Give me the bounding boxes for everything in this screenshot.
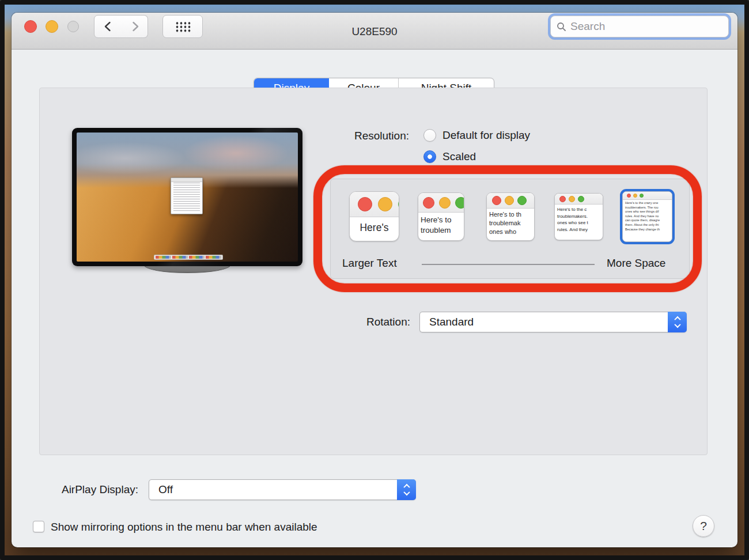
search-placeholder: Search: [570, 20, 605, 33]
yellow-dot-icon: [439, 197, 451, 209]
thumb-text-line: rules. And they: [557, 226, 600, 233]
radio-scaled-label[interactable]: Scaled: [442, 150, 476, 164]
scale-thumbnail-1-larger-text[interactable]: Here's: [349, 191, 399, 241]
red-dot-icon: [559, 196, 566, 202]
thumb-text-line: troublemakers. The rou: [625, 206, 669, 210]
rotation-label: Rotation:: [323, 315, 410, 329]
show-mirroring-label[interactable]: Show mirroring options in the menu bar w…: [51, 520, 317, 534]
green-dot-icon: [398, 197, 399, 211]
larger-text-label: Larger Text: [342, 256, 397, 270]
thumb-text-line: them. About the only thi: [625, 223, 669, 228]
radio-scaled[interactable]: [423, 150, 436, 163]
green-dot-icon: [578, 196, 584, 202]
thumb-text-line: ones who see t: [557, 220, 600, 226]
preview-document-window: [171, 177, 203, 214]
stepper-icon: [668, 312, 687, 332]
rotation-value: Standard: [429, 312, 474, 332]
thumb-text-line: ones who see things dif: [625, 210, 669, 214]
preview-dock: [154, 255, 223, 260]
radio-default-for-display[interactable]: [423, 129, 436, 142]
screenshot-frame: U28E590 Search Display Colour Night Shif…: [0, 0, 749, 560]
more-space-label: More Space: [607, 256, 665, 270]
search-field[interactable]: Search: [550, 16, 729, 37]
red-dot-icon: [423, 197, 434, 209]
thumb-text-line: Here's to th: [489, 210, 532, 219]
thumbnail-titlebar: [418, 193, 464, 213]
red-dot-icon: [358, 197, 372, 211]
green-dot-icon: [517, 196, 527, 205]
green-dot-icon: [455, 197, 464, 209]
thumb-text-line: ones who: [489, 228, 532, 236]
rotation-dropdown[interactable]: Standard: [419, 312, 687, 332]
thumb-text-line: Because they change th: [625, 228, 669, 232]
airplay-value: Off: [158, 480, 173, 500]
green-dot-icon: [640, 194, 644, 198]
display-preview-wallpaper: [77, 133, 298, 262]
thumb-text-line: Here's to the c: [557, 206, 600, 213]
search-icon: [557, 22, 566, 32]
thumbnail-titlebar: [623, 192, 672, 200]
yellow-dot-icon: [569, 196, 575, 202]
thumb-text-line: troublem: [421, 225, 461, 236]
stepper-icon: [397, 479, 416, 500]
thumb-text-line: troublemakers.: [557, 213, 600, 220]
scale-thumbnail-5-more-space-selected[interactable]: Here's to the crazy one troublemakers. T…: [622, 191, 672, 242]
airplay-display-dropdown[interactable]: Off: [149, 479, 416, 500]
yellow-dot-icon: [378, 197, 392, 211]
titlebar: U28E590 Search: [12, 13, 737, 50]
yellow-dot-icon: [505, 196, 514, 205]
thumb-text-line: rules. And they have no: [625, 214, 669, 219]
radio-default-label[interactable]: Default for display: [442, 128, 530, 142]
scale-thumbnail-4[interactable]: Here's to the c troublemakers. ones who …: [554, 193, 603, 240]
thumb-text-line: can quote them, disagre: [625, 218, 669, 223]
thumb-text-line: Here's to the crazy one: [625, 201, 669, 206]
show-mirroring-checkbox[interactable]: [33, 521, 44, 532]
yellow-dot-icon: [633, 194, 637, 198]
thumbnail-titlebar: [555, 194, 603, 205]
thumbnail-titlebar: [487, 193, 534, 209]
red-dot-icon: [492, 196, 501, 205]
desktop-background: U28E590 Search Display Colour Night Shif…: [5, 5, 744, 555]
system-preferences-window: U28E590 Search Display Colour Night Shif…: [12, 13, 737, 547]
thumbnail-titlebar: [350, 192, 399, 217]
scale-slider-track: [422, 264, 595, 265]
help-button[interactable]: ?: [693, 515, 714, 537]
display-preview: [72, 128, 302, 266]
thumb-text-line: Here's: [352, 222, 396, 234]
resolution-label: Resolution:: [323, 129, 409, 143]
airplay-display-label: AirPlay Display:: [35, 483, 138, 497]
scale-thumbnail-3[interactable]: Here's to th troublemak ones who: [486, 192, 535, 241]
scale-thumbnail-2[interactable]: Here's to troublem: [418, 192, 464, 241]
thumb-text-line: troublemak: [489, 219, 532, 228]
thumb-text-line: Here's to: [421, 215, 461, 225]
red-dot-icon: [627, 194, 631, 198]
